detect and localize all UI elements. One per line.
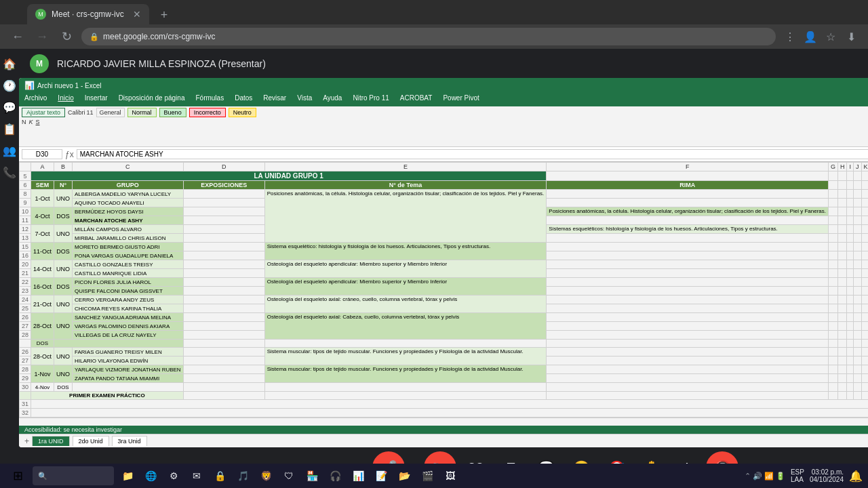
taskbar-photos[interactable]: 🖼	[439, 464, 461, 488]
sidebar-contacts-icon[interactable]: 👥	[0, 141, 19, 160]
back-button[interactable]: ←	[8, 27, 27, 46]
taskbar-spotify[interactable]: 🎧	[324, 464, 346, 488]
taskbar-pinned-apps: 📁 🌐 ⚙ ✉ 🔒 🎵 🦁 🛡 🏪 🎧 📊 📝 📂 🎬 🖼	[117, 464, 461, 488]
taskbar-word[interactable]: 📝	[370, 464, 392, 488]
taskbar-antivirus[interactable]: 🛡	[278, 464, 300, 488]
sheet-tab-3ra[interactable]: 3ra Unid	[112, 436, 147, 446]
address-bar[interactable]: 🔒 meet.google.com/crs-cgmw-ivc	[81, 28, 776, 45]
cell-reference[interactable]: D30	[22, 149, 62, 159]
menu-insertar[interactable]: Insertar	[85, 94, 108, 105]
ribbon-font-size[interactable]: 11	[87, 109, 94, 116]
sidebar-rooms-icon[interactable]: 📋	[0, 119, 19, 138]
col-header-rownum	[20, 163, 31, 171]
ribbon-underline[interactable]: S	[36, 119, 40, 125]
menu-power-pivot[interactable]: Power Pivot	[443, 94, 479, 105]
tab-close-button[interactable]: ✕	[133, 9, 141, 20]
table-row: 30 4-Nov DOS	[20, 383, 869, 392]
excel-ribbon: Ajustar texto Calibri 11 General Normal …	[19, 106, 868, 147]
taskbar-chrome[interactable]: 🌐	[140, 464, 161, 488]
download-icon[interactable]: ⬇	[842, 28, 860, 45]
taskbar-tiktok[interactable]: 🎵	[232, 464, 254, 488]
extensions-icon[interactable]: ⋮	[781, 28, 799, 45]
new-tab-button[interactable]: +	[155, 5, 174, 24]
ribbon-bueno[interactable]: Bueno	[159, 108, 186, 117]
data-table: A B C D E F G H I J	[19, 162, 868, 418]
browser-actions: ⋮ 👤 ☆ ⬇	[781, 28, 860, 45]
menu-datos[interactable]: Datos	[235, 94, 252, 105]
ssl-icon: 🔒	[90, 33, 99, 41]
bookmark-icon[interactable]: ☆	[822, 28, 840, 45]
menu-vista[interactable]: Vista	[297, 94, 312, 105]
ribbon-font-name[interactable]: Calibri	[68, 109, 85, 116]
taskbar-brave[interactable]: 🦁	[255, 464, 277, 488]
taskbar-store[interactable]: 🏪	[301, 464, 323, 488]
ribbon-bold[interactable]: N	[22, 119, 26, 125]
ribbon-number-format[interactable]: General	[96, 108, 125, 117]
ribbon-italic[interactable]: K	[29, 119, 33, 125]
menu-acrobat[interactable]: ACROBAT	[400, 94, 433, 105]
tab-favicon: M	[35, 9, 46, 20]
menu-revisar[interactable]: Revisar	[263, 94, 286, 105]
windows-taskbar: ⊞ 🔍 📁 🌐 ⚙ ✉ 🔒 🎵 🦁 🛡 🏪 🎧 📊 📝 📂 🎬 🖼 ⌃ 🔊 📶 …	[0, 464, 868, 488]
table-row: DOS	[20, 340, 869, 348]
taskbar-excel[interactable]: 📊	[347, 464, 369, 488]
url-text: meet.google.com/crs-cgmw-ivc	[103, 32, 215, 41]
meet-header: M RICARDO JAVIER MILLA ESPINOZA (Present…	[19, 49, 868, 78]
system-clock: 03:02 p.m. 04/10/2024	[810, 468, 844, 483]
taskbar-vpn[interactable]: 🔒	[209, 464, 231, 488]
menu-inicio[interactable]: Inicio	[58, 94, 73, 105]
sidebar-home-icon[interactable]: 🏠	[0, 54, 19, 73]
table-row: 26 28-Oct UNO FARIAS GUANERO TREISY MILE…	[20, 348, 869, 357]
col-header-f: F	[547, 163, 829, 171]
taskbar-video[interactable]: 🎬	[416, 464, 438, 488]
taskbar-files[interactable]: 📂	[393, 464, 415, 488]
sheet-tab-1ra[interactable]: 1ra UNID	[32, 436, 70, 446]
menu-formulas[interactable]: Fórmulas	[195, 94, 224, 105]
sheet-tab-2do[interactable]: 2do Unid	[73, 436, 109, 446]
meet-logo: M	[30, 54, 49, 73]
tab-bar: M Meet · crs-cgmw-ivc ✕ +	[0, 0, 868, 24]
ribbon-neutro[interactable]: Neutro	[229, 108, 256, 117]
taskbar-search-box[interactable]: 🔍	[33, 466, 114, 485]
ribbon-btn-ajustar[interactable]: Ajustar texto	[22, 108, 65, 117]
profile-icon[interactable]: 👤	[802, 28, 819, 45]
table-row: 28 1-Nov UNO YARLAQUE VIZMORE JONATHAN R…	[20, 365, 869, 374]
presenter-label: RICARDO JAVIER MILLA ESPINOZA (Presentar…	[57, 58, 266, 69]
menu-archivo[interactable]: Archivo	[24, 94, 47, 105]
excel-status-bar: Accesibilidad: se necesita investigar	[19, 426, 868, 434]
windows-logo: ⊞	[13, 468, 23, 483]
ribbon-normal[interactable]: Normal	[127, 108, 157, 117]
table-row: 15 11-Oct DOS MORETO BERMEO GIUSTO ADRI …	[20, 243, 869, 251]
sidebar-chat-icon[interactable]: 💬	[0, 98, 19, 117]
forward-button: →	[33, 27, 52, 46]
status-text: Accesibilidad: se necesita investigar	[24, 426, 122, 433]
excel-icon: 📊	[24, 81, 35, 90]
col-header-d: D	[183, 163, 264, 171]
sidebar-phone-icon[interactable]: 📞	[0, 163, 19, 182]
taskbar-settings[interactable]: ⚙	[163, 464, 184, 488]
col-rima: RIMA	[547, 181, 829, 190]
menu-ayuda[interactable]: Ayuda	[323, 94, 342, 105]
taskbar-system-tray: ⌃ 🔊 📶 🔋 ESPLAA 03:02 p.m. 04/10/2024 🔔	[745, 468, 863, 483]
active-tab[interactable]: M Meet · crs-cgmw-ivc ✕	[27, 4, 149, 24]
menu-nitro[interactable]: Nitro Pro 11	[353, 94, 389, 105]
menu-disposicion[interactable]: Disposición de página	[119, 94, 185, 105]
start-button[interactable]: ⊞	[5, 464, 30, 488]
refresh-button[interactable]: ↻	[57, 27, 76, 46]
taskbar-mail[interactable]: ✉	[186, 464, 208, 488]
sheet-tabs-bar: + 1ra UNID 2do Unid 3ra Unid	[19, 434, 868, 447]
taskbar-explorer[interactable]: 📁	[117, 464, 138, 488]
col-header-a: A	[31, 163, 54, 171]
col-header-e: E	[264, 163, 547, 171]
title-cell: LA UNIDAD GRUPO 1	[31, 171, 547, 181]
ribbon-incorrecto[interactable]: Incorrecto	[189, 108, 226, 117]
horizontal-scrollbar[interactable]	[19, 418, 868, 426]
sidebar-clock-icon[interactable]: 🕐	[0, 76, 19, 95]
language-indicator: ESPLAA	[791, 468, 804, 483]
spreadsheet-area[interactable]: 📊 Archi nuevo 1 - Excel ─ □ ✕ Archivo In…	[19, 78, 868, 447]
formula-input[interactable]: MARCHAN ATOCHE ASHY	[77, 149, 868, 159]
notification-bell[interactable]: 🔔	[849, 470, 863, 483]
spreadsheet-grid[interactable]: A B C D E F G H I J	[19, 162, 868, 418]
excel-container: 📊 Archi nuevo 1 - Excel ─ □ ✕ Archivo In…	[19, 78, 868, 447]
add-sheet-button[interactable]: +	[24, 436, 29, 446]
